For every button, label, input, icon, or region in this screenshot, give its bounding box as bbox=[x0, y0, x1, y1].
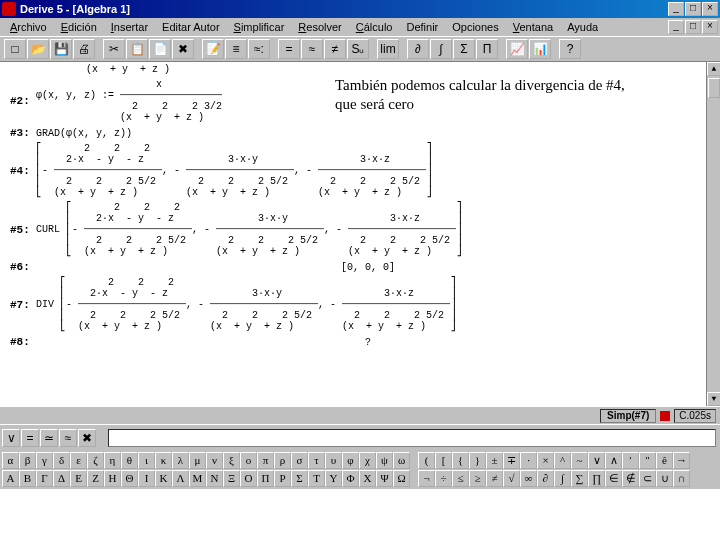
symbol-υ[interactable]: υ bbox=[325, 452, 342, 469]
symbol-σ[interactable]: σ bbox=[291, 452, 308, 469]
menu-resolver[interactable]: Resolver bbox=[292, 20, 347, 34]
symbol-∧[interactable]: ∧ bbox=[605, 452, 622, 469]
input-op-button-1[interactable]: = bbox=[21, 429, 39, 447]
new-icon[interactable]: □ bbox=[4, 39, 26, 59]
symbol-Λ[interactable]: Λ bbox=[172, 470, 189, 487]
symbol-}[interactable]: } bbox=[469, 452, 486, 469]
expr-body[interactable]: ⎡ 2 2 2 ⎤ ⎢ 2·x - y - z 3·x·y 3·x·z ⎥ DI… bbox=[36, 277, 720, 332]
expr-body[interactable]: ⎡ 2 2 2 ⎤ ⎢ 2·x - y - z 3·x·y 3·x·z ⎥ CU… bbox=[36, 202, 720, 257]
symbol-Ζ[interactable]: Ζ bbox=[87, 470, 104, 487]
symbol-¬[interactable]: ¬ bbox=[418, 470, 435, 487]
menu-calculo[interactable]: Cálculo bbox=[350, 20, 399, 34]
expr-body[interactable]: GRAD(φ(x, y, z)) bbox=[36, 128, 720, 139]
symbol-χ[interactable]: χ bbox=[359, 452, 376, 469]
menu-archivo[interactable]: Archivo bbox=[4, 20, 53, 34]
symbol-″[interactable]: ″ bbox=[639, 452, 656, 469]
expr-body[interactable]: ? bbox=[36, 337, 720, 348]
symbol-ν[interactable]: ν bbox=[206, 452, 223, 469]
mdi-minimize-button[interactable]: _ bbox=[668, 20, 684, 34]
scroll-up-button[interactable]: ▲ bbox=[707, 62, 720, 76]
symbol-×[interactable]: × bbox=[537, 452, 554, 469]
expr-body[interactable]: [0, 0, 0] bbox=[36, 262, 720, 273]
product-icon[interactable]: Π bbox=[476, 39, 498, 59]
menu-definir[interactable]: Definir bbox=[400, 20, 444, 34]
symbol-·[interactable]: · bbox=[520, 452, 537, 469]
symbol-Ο[interactable]: Ο bbox=[240, 470, 257, 487]
symbol-Υ[interactable]: Υ bbox=[325, 470, 342, 487]
cut-icon[interactable]: ✂ bbox=[103, 39, 125, 59]
symbol-β[interactable]: β bbox=[19, 452, 36, 469]
symbol-ρ[interactable]: ρ bbox=[274, 452, 291, 469]
symbol-∈[interactable]: ∈ bbox=[605, 470, 622, 487]
symbol-ο[interactable]: ο bbox=[240, 452, 257, 469]
author-icon[interactable]: 📝 bbox=[202, 39, 224, 59]
expr-row[interactable]: #7: ⎡ 2 2 2 ⎤ ⎢ 2·x - y - z 3·x·y 3·x·z … bbox=[0, 275, 720, 334]
lim-icon[interactable]: lim bbox=[377, 39, 399, 59]
symbol-ê[interactable]: ê bbox=[656, 452, 673, 469]
symbol-ι[interactable]: ι bbox=[138, 452, 155, 469]
open-icon[interactable]: 📂 bbox=[27, 39, 49, 59]
symbol-±[interactable]: ± bbox=[486, 452, 503, 469]
symbol-Π[interactable]: Π bbox=[257, 470, 274, 487]
symbol-Ψ[interactable]: Ψ bbox=[376, 470, 393, 487]
symbol-∫[interactable]: ∫ bbox=[554, 470, 571, 487]
symbol-~[interactable]: ~ bbox=[571, 452, 588, 469]
symbol-κ[interactable]: κ bbox=[155, 452, 172, 469]
plot3d-icon[interactable]: 📊 bbox=[529, 39, 551, 59]
symbol-÷[interactable]: ÷ bbox=[435, 470, 452, 487]
symbol-∑[interactable]: ∑ bbox=[571, 470, 588, 487]
symbol-Ω[interactable]: Ω bbox=[393, 470, 410, 487]
symbol-≠[interactable]: ≠ bbox=[486, 470, 503, 487]
expr-row[interactable]: #4:⎡ 2 2 2 ⎤ ⎢ 2·x - y - z 3·x·y 3·x·z ⎥… bbox=[0, 141, 720, 200]
approx-icon[interactable]: ≈: bbox=[248, 39, 270, 59]
menu-editar-autor[interactable]: Editar Autor bbox=[156, 20, 225, 34]
save-icon[interactable]: 💾 bbox=[50, 39, 72, 59]
symbol-ψ[interactable]: ψ bbox=[376, 452, 393, 469]
copy-icon[interactable]: 📋 bbox=[126, 39, 148, 59]
menu-opciones[interactable]: Opciones bbox=[446, 20, 504, 34]
input-op-button-0[interactable]: ∨ bbox=[2, 429, 20, 447]
symbol-∓[interactable]: ∓ bbox=[503, 452, 520, 469]
symbol-Μ[interactable]: Μ bbox=[189, 470, 206, 487]
symbol-≤[interactable]: ≤ bbox=[452, 470, 469, 487]
expr-row[interactable]: #3:GRAD(φ(x, y, z)) bbox=[0, 125, 720, 141]
sub-icon[interactable]: Sᵤ bbox=[347, 39, 369, 59]
symbol-ζ[interactable]: ζ bbox=[87, 452, 104, 469]
symbol-∞[interactable]: ∞ bbox=[520, 470, 537, 487]
symbol-∩[interactable]: ∩ bbox=[673, 470, 690, 487]
symbol-∪[interactable]: ∪ bbox=[656, 470, 673, 487]
symbol-≥[interactable]: ≥ bbox=[469, 470, 486, 487]
symbol-ξ[interactable]: ξ bbox=[223, 452, 240, 469]
expr-row[interactable]: #6:[0, 0, 0] bbox=[0, 259, 720, 275]
help-icon[interactable]: ? bbox=[559, 39, 581, 59]
unequal-icon[interactable]: ≠ bbox=[324, 39, 346, 59]
symbol-∨[interactable]: ∨ bbox=[588, 452, 605, 469]
symbol-∏[interactable]: ∏ bbox=[588, 470, 605, 487]
symbol-Η[interactable]: Η bbox=[104, 470, 121, 487]
symbol-ε[interactable]: ε bbox=[70, 452, 87, 469]
symbol-∉[interactable]: ∉ bbox=[622, 470, 639, 487]
approxeq-icon[interactable]: ≈ bbox=[301, 39, 323, 59]
symbol-Ρ[interactable]: Ρ bbox=[274, 470, 291, 487]
close-button[interactable]: × bbox=[702, 2, 718, 16]
symbol-′[interactable]: ′ bbox=[622, 452, 639, 469]
menu-edicion[interactable]: Edición bbox=[55, 20, 103, 34]
symbol-τ[interactable]: τ bbox=[308, 452, 325, 469]
partial-icon[interactable]: ∂ bbox=[407, 39, 429, 59]
menu-ventana[interactable]: Ventana bbox=[507, 20, 559, 34]
symbol-^[interactable]: ^ bbox=[554, 452, 571, 469]
symbol-φ[interactable]: φ bbox=[342, 452, 359, 469]
maximize-button[interactable]: □ bbox=[685, 2, 701, 16]
simplify-icon[interactable]: ≡ bbox=[225, 39, 247, 59]
expr-row[interactable]: #8:? bbox=[0, 334, 720, 350]
scroll-down-button[interactable]: ▼ bbox=[707, 392, 720, 406]
menu-insertar[interactable]: Insertar bbox=[105, 20, 154, 34]
symbol-Τ[interactable]: Τ bbox=[308, 470, 325, 487]
sum-icon[interactable]: Σ bbox=[453, 39, 475, 59]
menu-simplificar[interactable]: Simplificar bbox=[228, 20, 291, 34]
symbol-Β[interactable]: Β bbox=[19, 470, 36, 487]
symbol-λ[interactable]: λ bbox=[172, 452, 189, 469]
symbol-α[interactable]: α bbox=[2, 452, 19, 469]
symbol-√[interactable]: √ bbox=[503, 470, 520, 487]
symbol-{[interactable]: { bbox=[452, 452, 469, 469]
